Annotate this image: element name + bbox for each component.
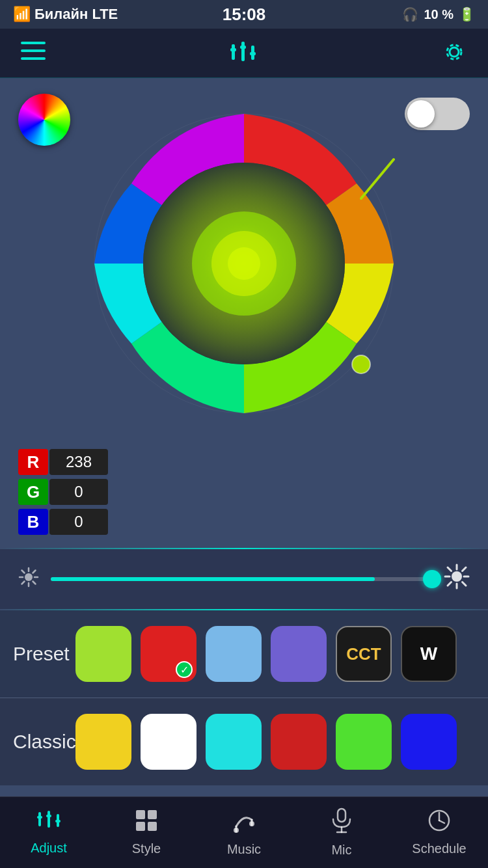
status-left: 📶 Билайн LTE xyxy=(13,6,118,23)
classic-label: Classic xyxy=(13,731,65,753)
tab-mic[interactable]: Mic xyxy=(293,807,390,858)
svg-rect-45 xyxy=(136,810,145,819)
color-wheel-section xyxy=(0,78,488,442)
b-row[interactable]: B 0 xyxy=(18,509,470,535)
svg-rect-39 xyxy=(38,812,41,826)
classic-swatch-1[interactable] xyxy=(75,714,131,770)
bright-icon xyxy=(444,563,470,595)
music-label: Music xyxy=(227,842,261,857)
svg-rect-41 xyxy=(47,811,50,828)
svg-point-49 xyxy=(234,828,239,833)
classic-swatch-5[interactable] xyxy=(336,714,392,770)
tab-adjust[interactable]: Adjust xyxy=(0,809,98,856)
svg-rect-47 xyxy=(136,822,145,831)
brightness-slider[interactable] xyxy=(51,577,432,581)
classic-swatch-2[interactable] xyxy=(141,714,197,770)
classic-swatch-3[interactable] xyxy=(206,714,262,770)
svg-rect-8 xyxy=(240,46,246,49)
svg-point-21 xyxy=(25,573,33,581)
svg-rect-6 xyxy=(230,48,236,51)
preset-swatches: ✓ CCT W xyxy=(75,626,475,682)
svg-line-36 xyxy=(463,582,467,586)
svg-line-19 xyxy=(361,159,394,198)
rgb-values: R 238 G 0 B 0 xyxy=(0,442,488,548)
svg-point-20 xyxy=(352,355,370,373)
svg-point-11 xyxy=(450,47,459,57)
brightness-section xyxy=(0,549,488,609)
tab-schedule[interactable]: Schedule xyxy=(390,809,488,856)
color-wheel[interactable] xyxy=(81,101,407,426)
toggle-knob xyxy=(407,100,435,128)
preset-section: Preset ✓ CCT W xyxy=(0,610,488,698)
svg-rect-10 xyxy=(250,52,256,55)
battery-icon: 🔋 xyxy=(459,7,475,22)
preset-swatch-3[interactable] xyxy=(206,626,262,682)
menu-button[interactable] xyxy=(21,41,46,65)
signal-icon: 📶 xyxy=(13,6,31,23)
svg-point-30 xyxy=(452,571,462,582)
preset-swatch-4[interactable] xyxy=(271,626,327,682)
svg-line-26 xyxy=(22,570,25,573)
selected-checkmark: ✓ xyxy=(176,661,193,678)
adjust-icon xyxy=(37,809,61,837)
svg-rect-7 xyxy=(241,42,245,61)
svg-rect-5 xyxy=(232,44,235,60)
svg-rect-42 xyxy=(46,815,51,817)
preset-swatch-1[interactable] xyxy=(75,626,131,682)
svg-rect-0 xyxy=(21,42,46,44)
g-value[interactable]: 0 xyxy=(49,479,108,505)
svg-rect-3 xyxy=(38,42,42,44)
preset-swatch-2[interactable]: ✓ xyxy=(141,626,197,682)
g-label: G xyxy=(18,479,48,505)
preset-swatch-cct[interactable]: CCT xyxy=(336,626,392,682)
svg-rect-44 xyxy=(55,820,61,822)
svg-rect-46 xyxy=(148,810,157,819)
classic-swatch-6[interactable] xyxy=(401,714,457,770)
classic-swatch-4[interactable] xyxy=(271,714,327,770)
cct-label: CCT xyxy=(346,644,381,664)
top-nav xyxy=(0,29,488,78)
svg-rect-48 xyxy=(148,822,157,831)
brightness-thumb[interactable] xyxy=(423,570,441,588)
main-scroll[interactable]: R 238 G 0 B 0 xyxy=(0,78,488,796)
r-value[interactable]: 238 xyxy=(49,449,108,475)
bottom-spacer xyxy=(0,785,488,796)
power-toggle[interactable] xyxy=(405,98,470,130)
brightness-fill xyxy=(51,577,375,581)
b-value[interactable]: 0 xyxy=(49,509,108,535)
svg-line-37 xyxy=(463,567,467,571)
headphone-icon: 🎧 xyxy=(402,7,418,22)
dim-icon xyxy=(18,567,39,592)
status-right: 🎧 10 % 🔋 xyxy=(402,7,475,22)
svg-line-38 xyxy=(448,582,452,586)
svg-point-18 xyxy=(228,247,260,280)
svg-line-35 xyxy=(448,567,452,571)
adjust-label: Adjust xyxy=(31,841,67,856)
status-time: 15:08 xyxy=(223,5,266,25)
svg-line-29 xyxy=(22,581,25,584)
classic-swatches xyxy=(75,714,475,770)
r-label: R xyxy=(18,449,48,475)
tab-music[interactable]: Music xyxy=(195,808,293,857)
svg-rect-1 xyxy=(21,49,46,52)
eq-icon[interactable] xyxy=(229,39,258,68)
tab-style[interactable]: Style xyxy=(98,809,195,856)
svg-line-28 xyxy=(33,570,36,573)
color-preview-ball[interactable] xyxy=(18,94,70,146)
schedule-label: Schedule xyxy=(412,841,466,856)
preset-swatch-w[interactable]: W xyxy=(401,626,457,682)
status-bar: 📶 Билайн LTE 15:08 🎧 10 % 🔋 xyxy=(0,0,488,29)
classic-section: Classic xyxy=(0,698,488,785)
network-type: LTE xyxy=(92,6,118,23)
style-icon xyxy=(135,809,158,837)
svg-rect-40 xyxy=(37,816,42,819)
svg-line-27 xyxy=(33,581,36,584)
settings-button[interactable] xyxy=(441,39,467,68)
svg-rect-51 xyxy=(338,809,346,822)
r-row[interactable]: R 238 xyxy=(18,449,470,475)
g-row[interactable]: G 0 xyxy=(18,479,470,505)
schedule-icon xyxy=(427,809,451,837)
svg-point-50 xyxy=(249,821,254,826)
svg-line-56 xyxy=(439,821,444,823)
style-label: Style xyxy=(132,841,161,856)
